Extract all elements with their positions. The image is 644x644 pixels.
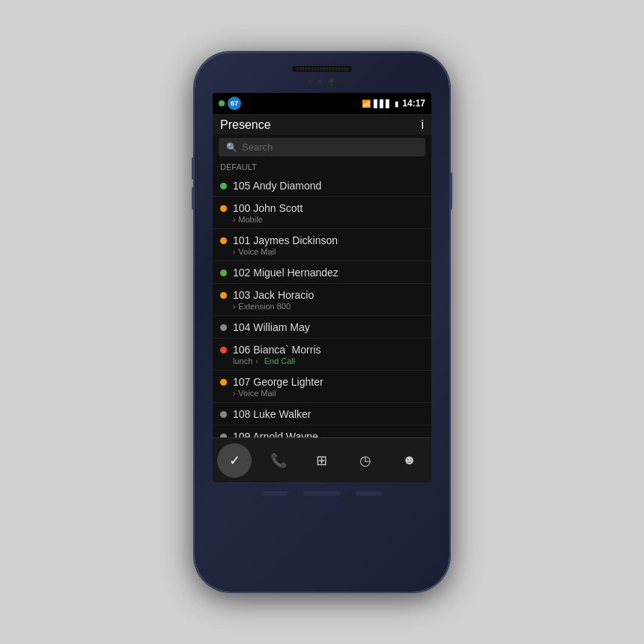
menu-button[interactable]	[356, 491, 383, 496]
list-item[interactable]: 107 George Lighter›Voice Mail	[213, 371, 431, 403]
contacts-icon: ☻	[402, 452, 416, 468]
contact-status-text: Voice Mail	[238, 389, 276, 398]
status-dot	[220, 411, 227, 418]
nav-dialpad[interactable]: ⊞	[305, 443, 339, 478]
home-button[interactable]	[303, 491, 341, 496]
contacts-list: 105 Andy Diamond100 John Scott›Mobile101…	[213, 174, 431, 437]
wifi-icon: 📶	[362, 100, 371, 108]
chevron-right-icon: ›	[233, 389, 235, 398]
status-right: 📶 ▋▋▋ ▮ 14:17	[362, 98, 425, 109]
contact-status-text: Extension 800	[238, 302, 291, 311]
nav-history[interactable]: ◷	[348, 443, 383, 478]
contact-name: 103 Jack Horacio	[233, 289, 314, 301]
bottom-buttons	[261, 491, 383, 496]
chevron-right-icon: ›	[233, 248, 235, 256]
contact-name: 109 Arnold Wayne	[233, 431, 318, 437]
volume-down-button[interactable]	[192, 187, 195, 210]
section-label: DEFAULT	[213, 160, 431, 174]
contact-name: 105 Andy Diamond	[233, 180, 321, 192]
app-title: Presence	[220, 118, 271, 132]
list-item[interactable]: 100 John Scott›Mobile	[213, 197, 431, 229]
list-item[interactable]: 105 Andy Diamond	[213, 174, 431, 197]
volume-button[interactable]	[449, 172, 452, 210]
back-button[interactable]	[261, 491, 288, 496]
contact-name: 102 Miguel Hernandez	[233, 267, 338, 279]
list-item[interactable]: 109 Arnold Wayne	[213, 425, 431, 437]
status-dot	[220, 434, 227, 438]
signal-icon: ▋▋▋	[374, 100, 392, 108]
status-dot	[220, 292, 227, 299]
app-notification-icon: 67	[228, 97, 241, 110]
status-dot	[220, 205, 227, 212]
contact-status-text: lunch	[233, 356, 252, 365]
status-dot	[220, 324, 227, 331]
contact-name: 107 George Lighter	[233, 376, 323, 388]
network-indicator	[219, 100, 225, 106]
list-item[interactable]: 102 Miguel Hernandez	[213, 261, 431, 284]
contact-name: 106 Bianca` Morris	[233, 344, 321, 356]
status-dot	[220, 183, 227, 189]
nav-contacts[interactable]: ☻	[392, 443, 427, 478]
bottom-navigation: ✓ 📞 ⊞ ◷ ☻	[213, 437, 431, 482]
list-item[interactable]: 108 Luke Walker	[213, 403, 431, 425]
status-dot	[220, 347, 227, 353]
phone-frame: 67 📶 ▋▋▋ ▮ 14:17 Presence i 🔍 Search DEF…	[195, 52, 449, 592]
contact-name: 108 Luke Walker	[233, 408, 312, 420]
list-item[interactable]: 103 Jack Horacio›Extension 800	[213, 284, 431, 316]
status-dot	[220, 237, 227, 244]
phone-icon: 📞	[270, 452, 287, 469]
list-item[interactable]: 104 William May	[213, 316, 431, 338]
status-dot	[220, 270, 227, 276]
dialpad-icon: ⊞	[316, 452, 327, 469]
list-item[interactable]: 101 Jaymes Dickinson›Voice Mail	[213, 229, 431, 261]
app-header: Presence i	[213, 114, 431, 135]
contact-name: 100 John Scott	[233, 202, 303, 214]
sensor-row	[308, 78, 336, 85]
phone-screen: 67 📶 ▋▋▋ ▮ 14:17 Presence i 🔍 Search DEF…	[213, 93, 431, 482]
nav-presence[interactable]: ✓	[217, 443, 252, 478]
history-icon: ◷	[359, 452, 371, 469]
status-dot	[220, 379, 227, 386]
status-bar: 67 📶 ▋▋▋ ▮ 14:17	[213, 93, 431, 114]
contact-status-text: Voice Mail	[238, 247, 276, 256]
sensor-1	[308, 79, 312, 84]
chevron-right-icon: ›	[233, 303, 235, 311]
volume-up-button[interactable]	[192, 157, 195, 180]
status-left: 67	[219, 97, 241, 110]
speaker-grill	[292, 66, 352, 72]
search-placeholder: Search	[242, 142, 273, 153]
search-icon: 🔍	[226, 142, 237, 153]
contact-name: 101 Jaymes Dickinson	[233, 234, 338, 246]
contact-status-text: Mobile	[238, 215, 262, 224]
check-icon: ✓	[229, 452, 240, 469]
sensor-2	[318, 79, 323, 84]
list-item[interactable]: 106 Bianca` Morrislunch ›End Call	[213, 338, 431, 371]
end-call-chevron-icon: ›	[255, 357, 258, 365]
contact-name: 104 William May	[233, 321, 310, 333]
info-button[interactable]: i	[421, 118, 424, 132]
camera-lens	[329, 78, 336, 85]
battery-icon: ▮	[395, 100, 399, 108]
search-bar[interactable]: 🔍 Search	[219, 138, 425, 157]
chevron-right-icon: ›	[233, 216, 235, 224]
clock: 14:17	[402, 98, 425, 109]
nav-phone[interactable]: 📞	[261, 443, 296, 478]
end-call-button[interactable]: End Call	[264, 356, 296, 365]
